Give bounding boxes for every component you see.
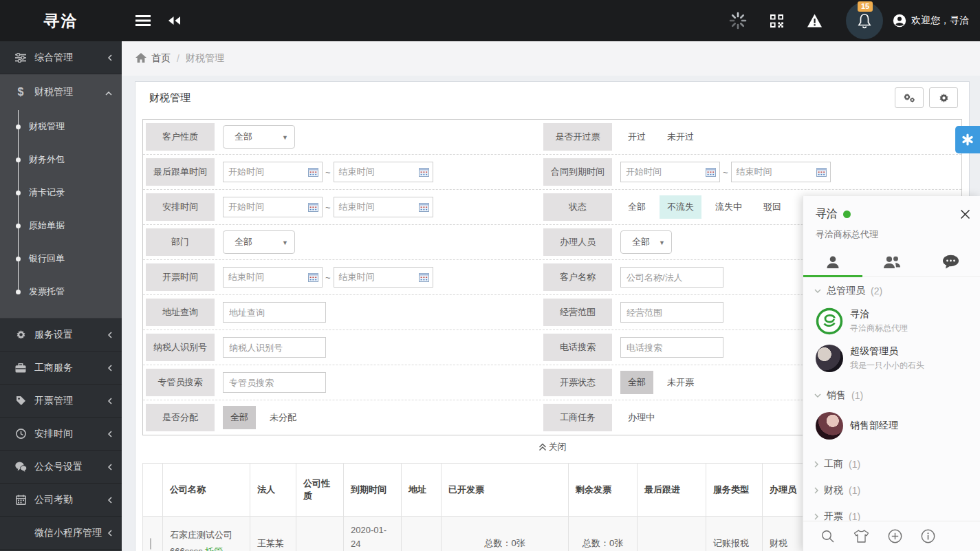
qr-code-icon[interactable] (770, 14, 783, 28)
submenu-item-card-clearing[interactable]: 清卡记录 (0, 176, 122, 209)
status-option-losing[interactable]: 流失中 (708, 195, 750, 219)
tab-groups[interactable] (862, 248, 922, 276)
chat-header: 寻洽 (803, 196, 980, 222)
notifications-button[interactable]: 15 (846, 2, 883, 39)
sidebar-item-finance-tax[interactable]: $ 财税管理 (0, 74, 122, 110)
last-follow-start-date[interactable]: 开始时间 (223, 162, 323, 182)
chat-toolbar (803, 521, 980, 551)
settings-gear-button[interactable] (929, 87, 958, 108)
contact-super-admin[interactable]: 超级管理员 我是一只小小的石头 (803, 340, 980, 377)
business-task-option-processing[interactable]: 办理中 (620, 406, 662, 429)
invoice-status-option-none[interactable]: 未开票 (660, 371, 701, 394)
loading-spinner-icon[interactable] (729, 12, 747, 30)
contract-expire-end-date[interactable]: 结束时间 (731, 162, 831, 182)
sidebar-item-attendance[interactable]: 公司考勤 (0, 484, 122, 517)
invoice-time-end-date[interactable]: 结束时间 (334, 267, 433, 288)
chevron-left-icon (108, 329, 112, 341)
customer-name-input[interactable] (620, 267, 723, 288)
contact-xunqia[interactable]: 寻洽 寻洽商标总代理 (803, 303, 980, 340)
submenu-item-finance-tax[interactable]: 财税管理 (0, 110, 122, 143)
hamburger-glyph (135, 15, 151, 26)
sliders-icon (12, 53, 29, 63)
contact-sales-manager[interactable]: 销售部经理 (803, 407, 980, 444)
warning-icon[interactable] (807, 14, 823, 28)
avatar (816, 345, 843, 372)
search-icon (820, 529, 835, 543)
schedule-end-date[interactable]: 结束时间 (334, 197, 433, 217)
contract-expire-start-date[interactable]: 开始时间 (620, 162, 720, 182)
taxpayer-id-input[interactable] (223, 337, 326, 358)
schedule-start-date[interactable]: 开始时间 (223, 197, 323, 217)
calendar-icon (419, 168, 429, 177)
page-title: 财税管理 (149, 91, 190, 105)
submenu-item-original-docs[interactable]: 原始单据 (0, 209, 122, 242)
group-finance[interactable]: 财税 (1) (803, 476, 980, 502)
option-invoiced-no[interactable]: 未开过 (660, 125, 701, 149)
settings-gears-button[interactable] (895, 87, 924, 108)
sidebar-item-official-account[interactable]: 公众号设置 (0, 451, 122, 484)
invoice-time-start-date[interactable]: 结束时间 (223, 267, 323, 288)
chat-info-button[interactable] (921, 529, 935, 543)
sidebar-item-invoicing[interactable]: 开票管理 (0, 385, 122, 418)
user-menu[interactable]: 欢迎您，寻洽 (893, 14, 969, 28)
supervisor-search-input[interactable] (223, 372, 326, 393)
filter-label: 客户性质 (146, 123, 215, 151)
submenu-item-bank-receipt[interactable]: 银行回单 (0, 242, 122, 275)
option-invoiced-yes[interactable]: 开过 (620, 125, 653, 149)
address-search-input[interactable] (223, 302, 326, 323)
status-option-rejected[interactable]: 驳回 (756, 195, 789, 219)
assigned-option-unassigned[interactable]: 未分配 (262, 406, 304, 429)
logo[interactable]: 寻洽 (0, 0, 122, 41)
home-icon (135, 53, 146, 65)
chevron-left-icon (108, 495, 112, 506)
shirt-icon (853, 530, 869, 543)
group-sales[interactable]: 销售 (1) (803, 381, 980, 407)
user-avatar-icon (893, 14, 906, 28)
invoice-status-option-all[interactable]: 全部 (620, 371, 653, 394)
status-option-all[interactable]: 全部 (620, 195, 653, 219)
agent-select[interactable]: 全部 ▼ (620, 230, 672, 254)
business-scope-input[interactable] (620, 302, 723, 323)
col-invoiced: 已开发票 (442, 464, 569, 517)
cell-company-nature (296, 517, 344, 551)
breadcrumb-home[interactable]: 首页 (151, 52, 171, 65)
chat-search-button[interactable] (820, 529, 835, 543)
calendar-icon (12, 495, 29, 505)
double-chevron-up-icon (538, 443, 547, 451)
chat-close-button[interactable] (960, 209, 970, 219)
sidebar-item-business-service[interactable]: 工商服务 (0, 352, 122, 385)
submenu-item-finance-outsourcing[interactable]: 财务外包 (0, 143, 122, 176)
hamburger-menu-icon[interactable] (135, 15, 151, 26)
customer-nature-select[interactable]: 全部 ▼ (223, 125, 295, 149)
status-option-not-lost[interactable]: 不流失 (660, 195, 701, 219)
quick-action-float-button[interactable] (955, 126, 980, 153)
last-follow-end-date[interactable]: 结束时间 (334, 162, 433, 182)
assigned-option-all[interactable]: 全部 (223, 406, 256, 429)
sidebar-item-general[interactable]: 综合管理 (0, 41, 122, 74)
top-navbar: 寻洽 (0, 0, 980, 41)
collapse-sidebar-icon[interactable] (167, 16, 182, 25)
chat-subtitle: 寻洽商标总代理 (803, 222, 980, 245)
calendar-icon (308, 168, 318, 177)
sidebar-item-schedule[interactable]: 安排时间 (0, 418, 122, 451)
chat-shirt-button[interactable] (853, 530, 869, 543)
caret-down-icon: ▼ (282, 134, 288, 141)
tab-contact[interactable] (803, 248, 862, 276)
row-checkbox[interactable] (150, 538, 151, 550)
cell-last-follow (638, 517, 706, 551)
col-service-type: 服务类型 (706, 464, 763, 517)
phone-search-input[interactable] (620, 337, 723, 358)
submenu-item-invoice-hosting[interactable]: 发票托管 (0, 275, 122, 308)
tab-conversations[interactable] (921, 248, 980, 276)
hosting-tag: 托管 (205, 546, 223, 551)
sidebar-item-miniprogram[interactable]: 微信小程序管理 (0, 517, 122, 550)
group-admins[interactable]: 总管理员 (2) (803, 277, 980, 303)
avatar (816, 412, 843, 440)
group-business[interactable]: 工商 (1) (803, 450, 980, 476)
sidebar-item-service-settings[interactable]: 服务设置 (0, 318, 122, 352)
sidebar: 综合管理 $ 财税管理 财税管理 财务外包 清卡记录 原始单据 银行回单 发票托… (0, 41, 122, 551)
filter-label: 电话搜索 (543, 334, 612, 361)
person-icon (825, 255, 840, 269)
chat-add-button[interactable] (888, 529, 902, 543)
department-select[interactable]: 全部 ▼ (223, 230, 295, 254)
